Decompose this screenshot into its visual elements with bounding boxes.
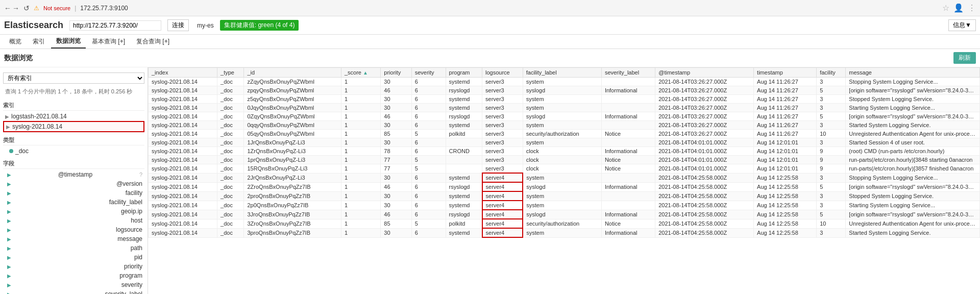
sidebar-field-program[interactable]: ▶ program (3, 271, 144, 280)
field-expand-icon-5: ▶ (7, 209, 11, 214)
tab-data-browse[interactable]: 数据浏览 (51, 35, 86, 48)
browser-menu-icon[interactable]: ⋮ (968, 3, 976, 13)
table-body: syslog-2021.08.14_doczZqyQnsBxOnuyPqZWbm… (149, 78, 980, 238)
table-row[interactable]: syslog-2021.08.14_doc3proQnsBxOnuyPqZz7I… (149, 228, 980, 237)
field-expand-icon-12: ▶ (7, 273, 11, 279)
col-logsource[interactable]: logsource (482, 68, 523, 78)
sidebar-field-pid[interactable]: ▶ pid (3, 253, 144, 262)
connect-button[interactable]: 连接 (167, 19, 189, 31)
table-row[interactable]: syslog-2021.08.14_doc05qyQnsBxOnuyPqZWbm… (149, 130, 980, 138)
table-row[interactable]: syslog-2021.08.14_doc3ZroQnsBxOnuyPqZz7I… (149, 219, 980, 228)
tab-complex-query[interactable]: 复合查询 [+] (131, 35, 175, 48)
sidebar-field-facility[interactable]: ▶ facility (3, 188, 144, 198)
sidebar-field-version[interactable]: ▶ @version (3, 179, 144, 188)
api-url-input[interactable] (69, 20, 161, 31)
sidebar-field-message[interactable]: ▶ message (3, 234, 144, 243)
sidebar-field-facility-label[interactable]: ▶ facility_label (3, 198, 144, 207)
field-name-facility-label: facility_label (109, 199, 142, 206)
field-expand-icon-7: ▶ (7, 227, 11, 233)
sidebar-field-logsource[interactable]: ▶ logsource (3, 225, 144, 234)
col-severity[interactable]: severity (411, 68, 446, 78)
table-row[interactable]: syslog-2021.08.14_doczpqyQnsBxOnuyPqZWbm… (149, 86, 980, 95)
type-dot-icon (9, 149, 13, 153)
data-table: _index _type _id _score ▲ priority sever… (148, 67, 980, 238)
col-index[interactable]: _index (149, 68, 217, 78)
nav-tabs: 概览 索引 数据浏览 基本查询 [+] 复合查询 [+] (0, 35, 980, 49)
info-button[interactable]: 信息▼ (948, 19, 976, 31)
main-layout: 所有索引 查询 1 个分片中用的 1 个，18 条中，耗时 0.256 秒 索引… (0, 67, 980, 294)
table-row[interactable]: syslog-2021.08.14_docz5qyQnsBxOnuyPqZWbm… (149, 95, 980, 104)
table-row[interactable]: syslog-2021.08.14_doc15RQnsBxOnuyPqZ-Li3… (149, 164, 980, 174)
field-name-message: message (117, 235, 142, 242)
expand-arrow-icon: ▶ (5, 114, 9, 119)
back-button[interactable]: ← (4, 4, 11, 12)
field-expand-icon-13: ▶ (7, 282, 11, 288)
sidebar-section-index: 索引 (3, 102, 144, 111)
sidebar-field-priority[interactable]: ▶ priority (3, 262, 144, 271)
tab-basic-query[interactable]: 基本查询 [+] (87, 35, 130, 48)
sidebar-index-logstash[interactable]: ▶ logstash-2021.08.14 (3, 112, 144, 121)
col-timestamp[interactable]: timestamp (754, 68, 817, 78)
tab-index[interactable]: 索引 (28, 35, 50, 48)
field-name-facility: facility (126, 189, 142, 197)
col-atimestamp[interactable]: @timestamp (655, 68, 754, 78)
sidebar-field-path[interactable]: ▶ path (3, 243, 144, 253)
browser-url[interactable]: 172.25.77.3:9100 (80, 5, 128, 12)
index-select[interactable]: 所有索引 (3, 72, 144, 84)
user-icon[interactable]: 👤 (953, 3, 964, 13)
table-row[interactable]: syslog-2021.08.14_doc2ZroQnsBxOnuyPqZz7I… (149, 182, 980, 191)
table-row[interactable]: syslog-2021.08.14_doc0ZqyQnsBxOnuyPqZWbm… (149, 112, 980, 121)
sidebar-field-geoip[interactable]: ▶ geoip.ip (3, 207, 144, 216)
sort-arrow-icon: ▲ (363, 70, 368, 76)
forward-button[interactable]: → (12, 4, 19, 12)
not-secure-label: Not secure (43, 5, 70, 11)
bookmark-icon[interactable]: ☆ (942, 3, 949, 13)
table-row[interactable]: syslog-2021.08.14_doczZqyQnsBxOnuyPqZWbm… (149, 78, 980, 86)
app-title: Elasticsearch (4, 20, 63, 31)
sidebar-field-timestamp[interactable]: ▶ @timestamp ? (3, 170, 144, 179)
field-expand-icon-9: ▶ (7, 246, 11, 251)
reload-button[interactable]: ↺ (23, 4, 30, 12)
col-facility-label[interactable]: facility_label (523, 68, 601, 78)
expand-arrow-icon-2: ▶ (6, 124, 10, 130)
index-label-logstash: logstash-2021.08.14 (11, 113, 67, 120)
col-type[interactable]: _type (217, 68, 244, 78)
table-row[interactable]: syslog-2021.08.14_doc0JqyQnsBxOnuyPqZWbm… (149, 104, 980, 112)
refresh-button[interactable]: 刷新 (953, 52, 976, 64)
field-name-version: @version (116, 180, 142, 187)
table-row[interactable]: syslog-2021.08.14_doc3JroQnsBxOnuyPqZz7I… (149, 210, 980, 219)
tab-overview[interactable]: 概览 (4, 35, 27, 48)
field-name-geoip: geoip.ip (121, 208, 142, 215)
sidebar-field-host[interactable]: ▶ host (3, 216, 144, 225)
field-expand-icon-3: ▶ (7, 190, 11, 196)
col-id[interactable]: _id (244, 68, 341, 78)
col-message[interactable]: message (846, 68, 980, 78)
table-row[interactable]: syslog-2021.08.14_doc2proQnsBxOnuyPqZz7I… (149, 191, 980, 201)
table-row[interactable]: syslog-2021.08.14_doc2JrQnsBxOnuyPqZ-Li3… (149, 173, 980, 182)
sidebar-type-doc[interactable]: _doc (3, 146, 144, 156)
query-info: 查询 1 个分片中用的 1 个，18 条中，耗时 0.256 秒 (3, 86, 144, 97)
table-row[interactable]: syslog-2021.08.14_doc1prQnsBxOnuyPqZ-Li3… (149, 156, 980, 164)
field-name-host: host (131, 217, 142, 224)
content-area: _index _type _id _score ▲ priority sever… (148, 67, 980, 294)
sidebar-index-syslog[interactable]: ▶ syslog-2021.08.14 (3, 121, 144, 132)
type-label: _doc (15, 148, 29, 155)
field-name-priority: priority (124, 263, 142, 270)
table-row[interactable]: syslog-2021.08.14_doc0qqyQnsBxOnuyPqZWbm… (149, 121, 980, 130)
col-facility[interactable]: facility (817, 68, 846, 78)
table-row[interactable]: syslog-2021.08.14_doc2p0QnsBxOnuyPqZz7IB… (149, 201, 980, 210)
col-severity-label[interactable]: severity_label (601, 68, 655, 78)
app-header: Elasticsearch 连接 my-es 集群健康值: green (4 o… (0, 16, 980, 35)
field-expand-icon-10: ▶ (7, 255, 11, 260)
browser-topbar: ← → ↺ ⚠ Not secure | 172.25.77.3:9100 ☆ … (0, 0, 980, 16)
col-program[interactable]: program (446, 68, 482, 78)
sidebar-field-severity-label[interactable]: ▶ severity_label (3, 289, 144, 294)
table-row[interactable]: syslog-2021.08.14_doc1ZrQnsBxOnuyPqZ-Li3… (149, 147, 980, 156)
table-row[interactable]: syslog-2021.08.14_doc1JrQnsBxOnuyPqZ-Li3… (149, 138, 980, 147)
url-separator: | (75, 5, 76, 12)
col-priority[interactable]: priority (381, 68, 411, 78)
col-score[interactable]: _score ▲ (341, 68, 380, 78)
security-icon: ⚠ (34, 5, 39, 12)
field-expand-icon-6: ▶ (7, 218, 11, 224)
sidebar-field-severity[interactable]: ▶ severity (3, 280, 144, 289)
